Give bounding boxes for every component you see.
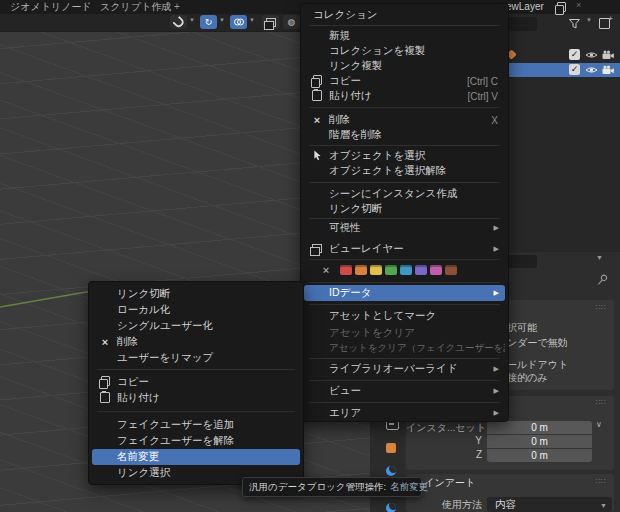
chevron-down-icon[interactable]: ▼: [596, 254, 603, 261]
menu-item-area[interactable]: エリア▶: [304, 405, 505, 421]
camera-icon[interactable]: [601, 65, 615, 77]
menu-item-id-data[interactable]: IDデータ▶: [304, 285, 505, 301]
collection-color-03[interactable]: [370, 265, 382, 275]
workspace-tab-scripting[interactable]: スクリプト作成: [94, 0, 177, 14]
menu-item-linked-duplicate[interactable]: リンク複製: [304, 58, 505, 74]
menu-item-delete[interactable]: × 削除X: [304, 112, 505, 128]
menu-item-clear-asset: アセットをクリア: [304, 325, 505, 341]
restriction-label: 択可能: [507, 321, 537, 335]
data-tab-icon[interactable]: [386, 503, 396, 512]
submenu-item-make-local[interactable]: ローカル化: [92, 302, 300, 318]
xray-icon[interactable]: [262, 15, 279, 29]
menu-item-duplicate-collection[interactable]: コレクションを複製: [304, 43, 505, 59]
menu-item-collection-colors: ×: [304, 261, 505, 279]
menu-separator: [309, 358, 500, 359]
menu-item-clear-asset-set-fake-user: アセットをクリア（フェイクユーザーを設定）: [304, 340, 505, 356]
menu-item-select-objects[interactable]: オブジェクトを選択: [304, 148, 505, 164]
chevron-down-icon[interactable]: ▼: [586, 17, 592, 23]
submenu-item-clear-fake-user[interactable]: フェイクユーザーを解除: [92, 433, 300, 449]
gizmo-icon[interactable]: ↻: [200, 15, 217, 29]
menu-item-library-override[interactable]: ライブラリオーバーライド▶: [304, 361, 505, 377]
chevron-down-icon[interactable]: ▼: [249, 17, 255, 23]
submenu-item-unlink[interactable]: リンク切断: [92, 286, 300, 302]
usage-label: 使用方法: [406, 498, 482, 512]
menu-item-unlink[interactable]: リンク切断: [304, 201, 505, 217]
submenu-item-rename[interactable]: 名前変更: [92, 449, 300, 465]
clear-color-icon[interactable]: ×: [318, 264, 334, 276]
pin-icon[interactable]: [596, 273, 610, 289]
drag-handle[interactable]: ∷∷: [596, 477, 606, 486]
copy-icon: [309, 75, 325, 87]
menu-item-paste[interactable]: 貼り付け[Ctrl] V: [304, 88, 505, 104]
menu-item-delete-hierarchy[interactable]: 階層を削除: [304, 127, 505, 143]
menu-separator: [309, 259, 500, 260]
new-collection-icon[interactable]: +: [599, 18, 610, 31]
menu-item-new[interactable]: 新規: [304, 28, 505, 44]
menu-separator: [97, 411, 295, 412]
restriction-label: 接的のみ: [507, 371, 547, 385]
exclude-checkbox[interactable]: ✓: [569, 49, 580, 60]
add-workspace-button[interactable]: +: [168, 0, 186, 14]
menu-item-copy[interactable]: コピー[Ctrl] C: [304, 73, 505, 89]
menu-separator: [309, 25, 500, 26]
collection-color-04[interactable]: [385, 265, 397, 275]
menu-header: コレクション: [304, 7, 505, 23]
collection-color-06[interactable]: [415, 265, 427, 275]
menu-item-mark-as-asset[interactable]: アセットとしてマーク: [304, 308, 505, 324]
chevron-down-icon[interactable]: ▼: [219, 17, 225, 23]
submenu-item-remap-users[interactable]: ユーザーをリマップ: [92, 350, 300, 366]
collection-color-02[interactable]: [355, 265, 367, 275]
menu-item-instance-to-scene[interactable]: シーンにインスタンス作成: [304, 186, 505, 202]
collection-color-07[interactable]: [430, 265, 442, 275]
id-data-submenu: リンク切断 ローカル化 シングルユーザー化 × 削除 ユーザーをリマップ コピー…: [88, 281, 304, 485]
submenu-item-paste[interactable]: 貼り付け: [92, 390, 300, 406]
menu-item-visibility[interactable]: 可視性▶: [304, 220, 505, 236]
renderlayers-icon: [309, 243, 325, 255]
chevron-down-icon[interactable]: ∨: [596, 420, 602, 429]
submenu-arrow-icon: ▶: [494, 245, 499, 253]
cursor-icon: [309, 150, 325, 163]
exclude-checkbox[interactable]: ✓: [569, 64, 580, 75]
tooltip-text: 汎用のデータブロック管理操作:: [249, 481, 386, 494]
eye-icon[interactable]: [585, 50, 598, 62]
submenu-arrow-icon: ▶: [494, 224, 499, 232]
drag-handle[interactable]: ∷∷: [596, 303, 606, 312]
copy-icon: [97, 376, 113, 388]
menu-separator: [309, 145, 500, 146]
usage-dropdown[interactable]: 内容 ▼: [487, 497, 612, 512]
menu-item-deselect-objects[interactable]: オブジェクトを選択解除: [304, 163, 505, 179]
paste-icon: [309, 90, 325, 103]
camera-icon[interactable]: [601, 50, 615, 62]
collection-color-08[interactable]: [445, 265, 457, 275]
eye-icon[interactable]: [585, 65, 598, 77]
menu-item-view-layer[interactable]: ビューレイヤー▶: [304, 241, 505, 257]
overlays-icon[interactable]: [230, 15, 247, 29]
chevron-down-icon: ▼: [600, 498, 607, 512]
instance-offset-z-field[interactable]: 0 m: [487, 449, 592, 462]
chevron-down-icon[interactable]: ▼: [189, 17, 195, 23]
menu-separator: [309, 218, 500, 219]
usage-value: 内容: [495, 498, 516, 510]
instance-offset-z-label: Z: [406, 449, 482, 460]
drag-handle[interactable]: ∷∷: [596, 398, 606, 407]
remove-view-layer-icon[interactable]: ×: [576, 0, 581, 10]
instance-offset-x-field[interactable]: 0 m: [487, 421, 592, 434]
collection-color-05[interactable]: [400, 265, 412, 275]
submenu-item-add-fake-user[interactable]: フェイクユーザーを追加: [92, 417, 300, 433]
workspace-tab-geometry-nodes[interactable]: ジオメトリノード: [4, 0, 98, 14]
shading-icon[interactable]: ◍: [283, 15, 300, 29]
new-view-layer-icon[interactable]: [557, 2, 566, 14]
instance-offset-y-field[interactable]: 0 m: [487, 435, 592, 448]
line-art-panel: ∷∷ ラインアート 使用方法 内容 ▼: [406, 474, 614, 512]
menu-item-view[interactable]: ビュー▶: [304, 383, 505, 399]
submenu-item-copy[interactable]: コピー: [92, 374, 300, 390]
submenu-item-make-single-user[interactable]: シングルユーザー化: [92, 318, 300, 334]
filter-icon[interactable]: [568, 18, 581, 32]
menu-separator: [309, 107, 500, 108]
submenu-arrow-icon: ▶: [494, 387, 499, 395]
tooltip: 汎用のデータブロック管理操作: 名前変更: [242, 477, 422, 497]
snap-icon[interactable]: [170, 15, 187, 29]
submenu-item-delete[interactable]: × 削除: [92, 334, 300, 350]
collection-color-01[interactable]: [340, 265, 352, 275]
object-tab-icon[interactable]: [386, 443, 396, 455]
